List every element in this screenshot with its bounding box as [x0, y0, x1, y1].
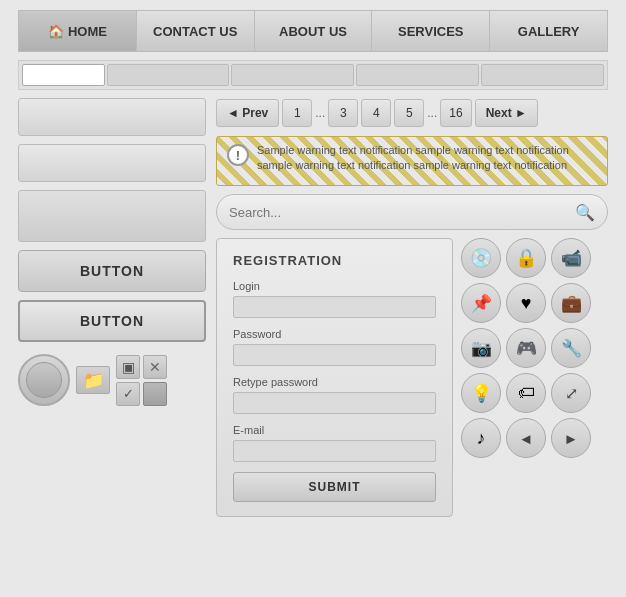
dots-2: ... [427, 106, 437, 120]
pin-icon[interactable]: 📌 [461, 283, 501, 323]
registration-form: REGISTRATION Login Password Retype passw… [216, 238, 453, 517]
icon-grid: 💿 🔒 📹 📌 ♥ 💼 📷 🎮 🔧 💡 🏷 ⤢ ♪ ◄ ► [461, 238, 591, 517]
heart-icon[interactable]: ♥ [506, 283, 546, 323]
search-input[interactable] [229, 205, 575, 220]
square-icon[interactable] [143, 382, 167, 406]
reg-area: REGISTRATION Login Password Retype passw… [216, 238, 608, 517]
nav-gallery-label: GALLERY [518, 24, 580, 39]
filter-bar [18, 60, 608, 90]
filter-seg-5[interactable] [481, 64, 604, 86]
checkbox-icon[interactable]: ▣ [116, 355, 140, 379]
nav-item-gallery[interactable]: GALLERY [490, 11, 607, 51]
email-label: E-mail [233, 424, 436, 436]
pagination: ◄ Prev 1 ... 3 4 5 ... 16 Next ► [216, 98, 608, 128]
login-input[interactable] [233, 296, 436, 318]
page-5[interactable]: 5 [394, 99, 424, 127]
close-icon[interactable]: ✕ [143, 355, 167, 379]
gamepad-icon[interactable]: 🎮 [506, 328, 546, 368]
submit-button[interactable]: SUBMIT [233, 472, 436, 502]
briefcase-icon[interactable]: 💼 [551, 283, 591, 323]
page-4[interactable]: 4 [361, 99, 391, 127]
retype-input[interactable] [233, 392, 436, 414]
warning-text: Sample warning text notification sample … [257, 143, 597, 174]
music-icon[interactable]: ♪ [461, 418, 501, 458]
filter-seg-1[interactable] [22, 64, 105, 86]
filter-seg-4[interactable] [356, 64, 479, 86]
disc-icon[interactable]: 💿 [461, 238, 501, 278]
nav-home-label: HOME [68, 24, 107, 39]
right-panel: ◄ Prev 1 ... 3 4 5 ... 16 Next ► [216, 98, 608, 517]
main-content: BUTTON BUTTON 📁 ▣ ✕ ✓ [18, 98, 608, 517]
retype-label: Retype password [233, 376, 436, 388]
mini-icons-grid: ▣ ✕ ✓ [116, 355, 167, 406]
reg-title: REGISTRATION [233, 253, 436, 268]
wrench-icon[interactable]: 🔧 [551, 328, 591, 368]
search-icon[interactable]: 🔍 [575, 203, 595, 222]
button-1[interactable]: BUTTON [18, 250, 206, 292]
warning-notification: ! Sample warning text notification sampl… [216, 136, 608, 186]
nav-services-label: SERVICES [398, 24, 464, 39]
bulb-icon[interactable]: 💡 [461, 373, 501, 413]
circle-inner [26, 362, 62, 398]
right-arrow-icon[interactable]: ► [551, 418, 591, 458]
check-icon[interactable]: ✓ [116, 382, 140, 406]
nav-item-contact[interactable]: CONTACT US [137, 11, 255, 51]
home-icon: 🏠 [48, 24, 64, 39]
nav-bar: 🏠 HOME CONTACT US ABOUT US SERVICES GALL… [18, 10, 608, 52]
tag-icon[interactable]: 🏷 [506, 373, 546, 413]
page-3[interactable]: 3 [328, 99, 358, 127]
password-input[interactable] [233, 344, 436, 366]
large-input[interactable] [18, 190, 206, 242]
next-button[interactable]: Next ► [475, 99, 538, 127]
nav-item-services[interactable]: SERVICES [372, 11, 490, 51]
left-arrow-icon[interactable]: ◄ [506, 418, 546, 458]
login-label: Login [233, 280, 436, 292]
folder-button[interactable]: 📁 [76, 366, 110, 394]
video-icon[interactable]: 📹 [551, 238, 591, 278]
page-1[interactable]: 1 [282, 99, 312, 127]
input-2[interactable] [18, 144, 206, 182]
nav-about-label: ABOUT US [279, 24, 347, 39]
bottom-icons-row: 📁 ▣ ✕ ✓ [18, 354, 206, 406]
circle-button[interactable] [18, 354, 70, 406]
expand-icon[interactable]: ⤢ [551, 373, 591, 413]
camera-icon[interactable]: 📷 [461, 328, 501, 368]
filter-seg-2[interactable] [107, 64, 230, 86]
search-box[interactable]: 🔍 [216, 194, 608, 230]
nav-item-about[interactable]: ABOUT US [255, 11, 373, 51]
nav-contact-label: CONTACT US [153, 24, 237, 39]
warning-icon: ! [227, 144, 249, 166]
filter-seg-3[interactable] [231, 64, 354, 86]
button-2[interactable]: BUTTON [18, 300, 206, 342]
nav-item-home[interactable]: 🏠 HOME [19, 11, 137, 51]
left-panel: BUTTON BUTTON 📁 ▣ ✕ ✓ [18, 98, 206, 517]
prev-button[interactable]: ◄ Prev [216, 99, 279, 127]
input-1[interactable] [18, 98, 206, 136]
password-label: Password [233, 328, 436, 340]
lock-icon[interactable]: 🔒 [506, 238, 546, 278]
page-16[interactable]: 16 [440, 99, 471, 127]
dots-1: ... [315, 106, 325, 120]
email-input[interactable] [233, 440, 436, 462]
